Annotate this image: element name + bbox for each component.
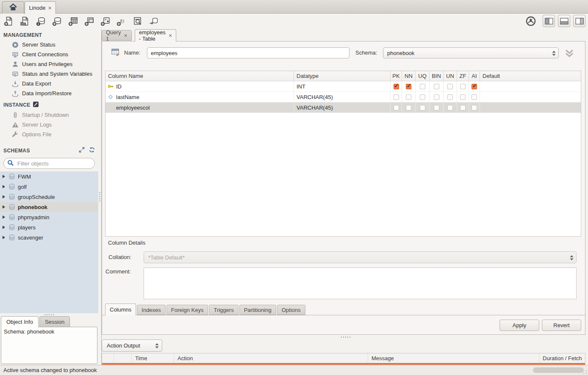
grid-header-datatype[interactable]: Datatype xyxy=(294,71,391,81)
output-splitter[interactable] xyxy=(102,336,585,338)
unchecked-checkbox[interactable] xyxy=(472,94,477,100)
unchecked-checkbox[interactable] xyxy=(434,84,439,89)
sidebar-item-users-and-privileges[interactable]: Users and Privileges xyxy=(0,59,98,69)
chevron-double-down-icon[interactable] xyxy=(564,49,575,59)
ao-header-message[interactable]: Message xyxy=(368,353,539,363)
toolbar-button-create-table[interactable] xyxy=(68,16,79,27)
action-output-select[interactable]: Action Output xyxy=(102,339,162,352)
unchecked-checkbox[interactable] xyxy=(460,105,466,110)
tab-columns[interactable]: Columns xyxy=(105,303,136,315)
connection-status-icon[interactable] xyxy=(525,15,536,27)
sidebar-item-server-status[interactable]: Server Status xyxy=(0,40,98,50)
schema-item-FWM[interactable]: FWM xyxy=(0,171,98,182)
sidebar-item-client-connections[interactable]: Client Connections xyxy=(0,50,98,59)
toolbar-button-open-sql-file[interactable]: SQL xyxy=(19,16,31,27)
schema-item-players[interactable]: players xyxy=(0,222,98,232)
toggle-bottom-panel-button[interactable] xyxy=(558,15,570,27)
grid-header-un[interactable]: UN xyxy=(444,71,457,81)
expander-icon[interactable] xyxy=(3,236,5,239)
column-row-ID[interactable]: IDINT xyxy=(105,81,581,92)
comment-textarea[interactable] xyxy=(144,267,577,299)
tab-options[interactable]: Options xyxy=(277,305,305,315)
toggle-right-panel-button[interactable] xyxy=(573,15,585,27)
unchecked-checkbox[interactable] xyxy=(447,84,453,89)
spinner-arrows-icon[interactable] xyxy=(552,50,556,57)
sidebar-item-server-logs[interactable]: Server Logs xyxy=(0,120,98,130)
expander-icon[interactable] xyxy=(3,205,5,209)
toolbar-button-create-function[interactable]: f() xyxy=(116,16,127,27)
expander-icon[interactable] xyxy=(3,185,5,188)
tab-employees-table[interactable]: employees - Table× xyxy=(135,29,176,41)
grid-header-nn[interactable]: NN xyxy=(402,71,416,81)
schema-item-scavenger[interactable]: scavenger xyxy=(0,232,98,243)
toolbar-button-new-sql-tab[interactable]: SQL xyxy=(3,16,14,27)
refresh-schemas-icon[interactable] xyxy=(89,147,95,154)
unchecked-checkbox[interactable] xyxy=(394,94,399,100)
collation-select[interactable]: *Table Default* xyxy=(144,251,577,263)
spinner-arrows-icon[interactable] xyxy=(569,254,574,261)
sidebar-splitter[interactable] xyxy=(0,313,98,316)
ao-header-blank[interactable] xyxy=(114,353,132,363)
unchecked-checkbox[interactable] xyxy=(434,105,439,110)
grid-header-ai[interactable]: AI xyxy=(469,71,480,81)
unchecked-checkbox[interactable] xyxy=(406,105,411,110)
unchecked-checkbox[interactable] xyxy=(434,94,439,100)
tab-foreign-keys[interactable]: Foreign Keys xyxy=(166,305,208,315)
schema-item-golf[interactable]: golf xyxy=(0,182,98,192)
close-icon[interactable]: × xyxy=(124,33,127,39)
table-name-input[interactable] xyxy=(147,47,349,58)
toolbar-button-table-inspector[interactable] xyxy=(132,16,143,27)
unchecked-checkbox[interactable] xyxy=(420,84,425,89)
close-icon[interactable]: × xyxy=(48,5,51,11)
close-icon[interactable]: × xyxy=(169,33,172,39)
home-tab[interactable] xyxy=(2,1,24,14)
expand-icon[interactable] xyxy=(79,147,85,154)
schema-item-phpmyadmin[interactable]: phpmyadmin xyxy=(0,212,98,222)
horizontal-scrollbar-thumb[interactable] xyxy=(533,367,584,373)
unchecked-checkbox[interactable] xyxy=(394,105,399,110)
unchecked-checkbox[interactable] xyxy=(447,105,453,110)
ao-header-duration-fetch[interactable]: Duration / Fetch xyxy=(539,353,585,363)
toolbar-button-create-view[interactable] xyxy=(84,16,95,27)
spinner-arrows-icon[interactable] xyxy=(155,342,159,349)
tab-partitioning[interactable]: Partitioning xyxy=(239,305,276,315)
tab-indexes[interactable]: Indexes xyxy=(137,305,166,315)
grid-header-uq[interactable]: UQ xyxy=(416,71,430,81)
column-row-lastName[interactable]: lastNameVARCHAR(45) xyxy=(105,92,581,102)
grid-header-zf[interactable]: ZF xyxy=(457,71,469,81)
schema-item-groupSchedule[interactable]: groupSchedule xyxy=(0,192,98,202)
unchecked-checkbox[interactable] xyxy=(472,105,477,110)
schema-item-phonebook[interactable]: phonebook xyxy=(0,202,98,212)
grid-header-default[interactable]: Default xyxy=(480,71,581,81)
expander-icon[interactable] xyxy=(3,175,5,178)
unchecked-checkbox[interactable] xyxy=(460,94,466,100)
schema-filter-input[interactable] xyxy=(17,160,93,167)
expander-icon[interactable] xyxy=(3,226,5,229)
sidebar-item-data-import-restore[interactable]: Data Import/Restore xyxy=(0,88,98,98)
tab-session[interactable]: Session xyxy=(39,316,70,327)
sidebar-item-options-file[interactable]: Options File xyxy=(0,130,98,139)
tab-object-info[interactable]: Object Info xyxy=(1,316,39,327)
revert-button[interactable]: Revert xyxy=(542,320,581,331)
expander-icon[interactable] xyxy=(3,195,5,199)
sidebar-main-splitter[interactable] xyxy=(98,29,102,365)
ao-header-blank[interactable] xyxy=(102,353,114,363)
toolbar-button-schema-info[interactable]: i xyxy=(36,16,47,27)
unchecked-checkbox[interactable] xyxy=(460,84,466,89)
grid-header-bin[interactable]: BIN xyxy=(430,71,444,81)
toolbar-button-create-procedure[interactable] xyxy=(100,16,111,27)
column-row-employeescol[interactable]: employeescolVARCHAR(45) xyxy=(105,102,581,113)
checked-checkbox[interactable] xyxy=(406,84,411,89)
sidebar-item-status-and-system-variables[interactable]: Status and System Variables xyxy=(0,69,98,79)
connection-tab-linode[interactable]: Linode × xyxy=(25,1,56,14)
unchecked-checkbox[interactable] xyxy=(420,94,425,100)
checked-checkbox[interactable] xyxy=(472,84,477,89)
schema-select[interactable]: phonebook xyxy=(383,47,559,58)
ao-header-action[interactable]: Action xyxy=(174,353,368,363)
tab-triggers[interactable]: Triggers xyxy=(209,305,238,315)
apply-button[interactable]: Apply xyxy=(499,320,539,331)
toolbar-button-create-schema[interactable] xyxy=(52,16,63,27)
toggle-left-panel-button[interactable] xyxy=(543,15,555,27)
expander-icon[interactable] xyxy=(3,215,5,219)
unchecked-checkbox[interactable] xyxy=(447,94,453,100)
